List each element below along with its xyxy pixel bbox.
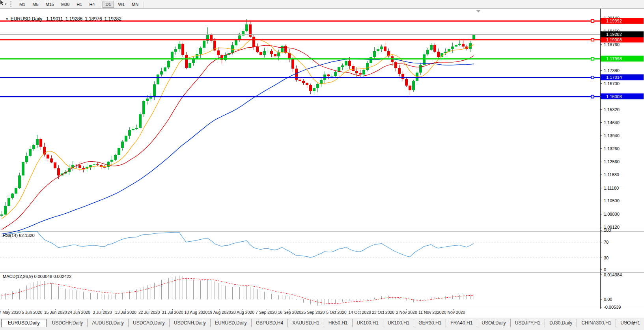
timeframe-toolbar: ▼ M1M5M15M30H1H4D1W1MN <box>0 0 644 9</box>
date-axis[interactable]: 27 May 20205 Jun 202015 Jun 202024 Jun 2… <box>0 309 465 315</box>
svg-text:70: 70 <box>604 240 609 244</box>
ohlc-low: 1.18976 <box>85 16 102 22</box>
macd-indicator-label: MACD(12,26,9) 0.003048 0.002422 <box>3 274 71 279</box>
svg-text:1.17380: 1.17380 <box>604 68 620 73</box>
timeframe-button-m30[interactable]: M30 <box>58 1 72 8</box>
ohlc-close: 1.19282 <box>105 16 121 22</box>
chart-tab-audusd-daily[interactable]: AUDUSD,Daily <box>88 319 129 327</box>
svg-text:1.10500: 1.10500 <box>604 198 620 203</box>
svg-text:10 Aug 2020: 10 Aug 2020 <box>184 310 207 315</box>
timeframe-button-mn[interactable]: MN <box>129 1 141 8</box>
svg-text:27 May 2020: 27 May 2020 <box>0 310 21 315</box>
level-handle[interactable] <box>591 95 594 98</box>
chart-tab-hk50-h1[interactable]: HK50,H1 <box>324 319 353 327</box>
chart-tab-eurusd-daily[interactable]: EURUSD,Daily <box>211 319 252 327</box>
svg-text:5 Jun 2020: 5 Jun 2020 <box>22 310 42 315</box>
chart-shift-marker-icon[interactable] <box>476 10 480 13</box>
svg-text:31 Jul 2020: 31 Jul 2020 <box>162 310 183 315</box>
svg-text:0: 0 <box>604 267 606 272</box>
svg-text:2 Nov 2020: 2 Nov 2020 <box>396 310 417 315</box>
svg-text:11 Nov 2020: 11 Nov 2020 <box>418 310 442 315</box>
chart-tab-dj30-daily[interactable]: DJ30,Daily <box>545 319 577 327</box>
toolbar-separator <box>100 1 100 7</box>
ma-fast-line <box>2 39 474 218</box>
toolbar-grip <box>10 1 13 7</box>
svg-text:25 Sep 2020: 25 Sep 2020 <box>301 310 325 315</box>
timeframe-button-m1[interactable]: M1 <box>17 1 28 8</box>
svg-text:20 Nov 2020: 20 Nov 2020 <box>442 310 465 315</box>
svg-text:1.19992: 1.19992 <box>606 19 622 23</box>
svg-text:1.12560: 1.12560 <box>604 159 620 164</box>
level-handle[interactable] <box>591 76 594 79</box>
svg-text:1.11180: 1.11180 <box>604 186 619 190</box>
toolbar-separator <box>144 1 144 7</box>
chart-tab-usdcnh-daily[interactable]: USDCNH,Daily <box>170 319 211 327</box>
svg-text:1.09800: 1.09800 <box>604 212 620 216</box>
svg-text:1.19282: 1.19282 <box>606 32 622 37</box>
svg-text:1.17998: 1.17998 <box>606 56 622 61</box>
svg-text:19 Aug 2020: 19 Aug 2020 <box>208 310 231 315</box>
svg-text:0.00: 0.00 <box>604 297 612 302</box>
svg-text:1.14640: 1.14640 <box>604 120 620 125</box>
ohlc-high: 1.19286 <box>65 16 82 22</box>
rsi-indicator-label: RSI(14) 62.1320 <box>3 233 35 238</box>
chart-tab-ger30-h1[interactable]: GER30,H1 <box>414 319 446 327</box>
trading-app-window: { "toolbar": { "caret": "▼", "timeframes… <box>0 0 644 330</box>
chart-tab-china300-h1[interactable]: CHINA300,H1 <box>577 319 616 327</box>
svg-text:-0.00539: -0.00539 <box>604 305 621 309</box>
svg-text:30: 30 <box>604 255 609 260</box>
level-handle[interactable] <box>591 20 594 22</box>
timeframe-button-h4[interactable]: H4 <box>86 1 97 8</box>
ohlc-open: 1.19011 <box>46 16 63 22</box>
svg-text:13 Jul 2020: 13 Jul 2020 <box>115 310 136 315</box>
svg-text:5 Oct 2020: 5 Oct 2020 <box>326 310 347 315</box>
svg-text:16 Sep 2020: 16 Sep 2020 <box>278 310 301 315</box>
svg-text:1.16700: 1.16700 <box>604 81 620 86</box>
chart-tab-uk100-h1[interactable]: UK100,H1 <box>353 319 383 327</box>
svg-text:15 Jun 2020: 15 Jun 2020 <box>44 310 67 315</box>
timeframe-button-h1[interactable]: H1 <box>74 1 85 8</box>
price-chart[interactable]: 1.201401.194601.187601.173801.167001.153… <box>0 0 644 330</box>
svg-text:1.11880: 1.11880 <box>604 172 619 177</box>
chart-symbol-label: EURUSD,Daily <box>11 16 43 22</box>
ma-slow-line <box>2 59 474 234</box>
tabbar-scroll-left-icon[interactable]: ◂ <box>626 320 633 324</box>
timeframe-button-m15[interactable]: M15 <box>43 1 57 8</box>
svg-text:22 Jul 2020: 22 Jul 2020 <box>138 310 160 315</box>
svg-text:7 Sep 2020: 7 Sep 2020 <box>256 310 277 315</box>
chart-tab-eurusd-daily[interactable]: EURUSD,Daily <box>1 319 47 327</box>
chart-tab-xauusd-h1[interactable]: XAUUSD,H1 <box>288 319 324 327</box>
svg-text:23 Oct 2020: 23 Oct 2020 <box>372 310 394 315</box>
chart-title-caret-icon: ▼ <box>6 17 9 21</box>
level-handle[interactable] <box>591 58 594 60</box>
chart-tab-usdjpy-h1[interactable]: USDJPY,H1 <box>511 319 545 327</box>
svg-text:28 Aug 2020: 28 Aug 2020 <box>231 310 254 315</box>
symbol-tabbar: EURUSD,DailyUSDCHF,DailyAUDUSD,DailyUSDC… <box>0 318 644 330</box>
timeframe-button-w1[interactable]: W1 <box>116 1 128 8</box>
chart-tab-usdcad-daily[interactable]: USDCAD,Daily <box>129 319 170 327</box>
chart-title: ▼EURUSD,Daily1.190111.192861.189761.1928… <box>3 11 124 22</box>
svg-text:3 Jul 2020: 3 Jul 2020 <box>93 310 112 315</box>
chart-tab-uk100-h1[interactable]: UK100,H1 <box>383 319 414 327</box>
svg-text:1.16003: 1.16003 <box>606 94 622 99</box>
chart-tab-usdchf-daily[interactable]: USDCHF,Daily <box>48 319 88 327</box>
chart-tab-gbpusd-h4[interactable]: GBPUSD,H4 <box>252 319 288 327</box>
svg-text:1.17014: 1.17014 <box>606 75 622 80</box>
level-handle[interactable] <box>591 38 594 41</box>
svg-text:1.18760: 1.18760 <box>604 42 620 47</box>
chart-tab-fra40-h1[interactable]: FRA40,H1 <box>446 319 477 327</box>
svg-text:1.13940: 1.13940 <box>604 133 620 138</box>
svg-text:0.014384: 0.014384 <box>604 272 622 277</box>
rsi-line <box>2 231 474 257</box>
tabbar-scroll-right-icon[interactable]: ▸ <box>633 320 641 324</box>
svg-text:1.15320: 1.15320 <box>604 107 620 112</box>
timeframe-button-d1[interactable]: D1 <box>103 1 114 8</box>
macd-signal-line <box>2 278 474 303</box>
svg-text:14 Oct 2020: 14 Oct 2020 <box>349 310 371 315</box>
timeframe-button-m5[interactable]: M5 <box>30 1 41 8</box>
chart-tab-usoil-daily[interactable]: USOil,Daily <box>477 319 510 327</box>
macd-histogram <box>2 276 474 306</box>
svg-text:1.13260: 1.13260 <box>604 146 620 151</box>
svg-text:24 Jun 2020: 24 Jun 2020 <box>67 310 90 315</box>
svg-text:1.19008: 1.19008 <box>606 37 622 42</box>
